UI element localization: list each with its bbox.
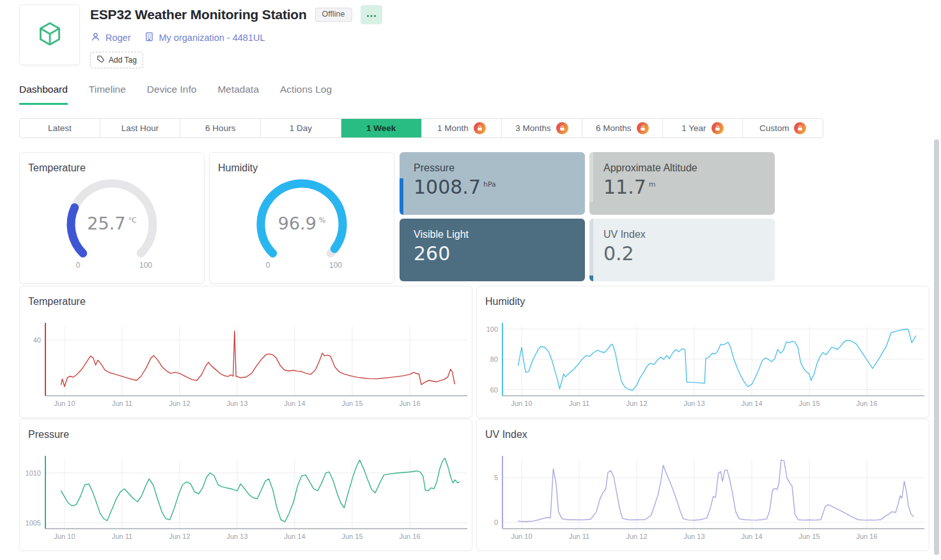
svg-text:Jun 16: Jun 16 [856,533,877,540]
svg-text:5: 5 [494,474,498,481]
svg-text:0: 0 [494,518,498,526]
lock-icon [556,122,568,134]
svg-text:1005: 1005 [26,519,41,527]
charts-grid: Temperature40Jun 10Jun 11Jun 12Jun 13Jun… [19,286,928,550]
chart-plot-temperature: 40Jun 10Jun 11Jun 12Jun 13Jun 14Jun 15Ju… [20,286,472,417]
stat-stripe [589,219,593,281]
add-tag-button[interactable]: Add Tag [90,52,143,68]
svg-text:Jun 11: Jun 11 [112,400,132,407]
stat-value-number: 11.7 [603,176,646,198]
stat-value-number: 0.2 [603,242,634,265]
tab-metadata[interactable]: Metadata [217,84,259,105]
time-range-label: 1 Year [681,123,706,133]
organization-name: My organization - 4481UL [159,33,265,43]
stat-value: 260 [414,244,577,263]
svg-text:Jun 13: Jun 13 [226,400,247,407]
gauge-card-humidity: Humidity96.9%0100 [209,152,394,284]
svg-text:Jun 11: Jun 11 [569,400,589,407]
chart-card-humidity: Humidity6080100Jun 10Jun 11Jun 12Jun 13J… [476,286,929,418]
cube-icon [35,19,65,51]
tab-device-info[interactable]: Device Info [147,84,197,105]
svg-text:Jun 10: Jun 10 [511,533,532,540]
gauge-title: Temperature [28,162,86,174]
stat-title: Pressure [414,162,577,174]
stat-value-number: 1008.7 [414,176,481,198]
svg-text:Jun 11: Jun 11 [569,533,589,540]
device-dashboard: { "header": { "title": "ESP32 Weather Mo… [0,0,941,560]
chart-title: Pressure [28,429,69,440]
time-range-3-months[interactable]: 3 Months [502,119,582,137]
svg-text:0: 0 [266,261,270,270]
stat-value-number: 260 [414,242,450,265]
time-range-6-hours[interactable]: 6 Hours [180,119,261,137]
lock-icon [794,122,806,134]
stat-card-visible-light: Visible Light260 [400,219,585,281]
chart-title: Temperature [28,296,86,307]
stat-card-grid: Pressure1008.7hPaApproximate Altitude11.… [400,152,775,281]
time-range-label: Custom [759,123,789,133]
time-range-label: Last Hour [121,123,159,133]
time-range-6-months[interactable]: 6 Months [582,119,663,137]
stat-stripe [589,152,593,215]
stat-unit: m [649,180,656,189]
tag-icon [97,55,105,65]
time-range-1-day[interactable]: 1 Day [261,119,341,137]
stat-stripe-fill [400,178,403,215]
organization-link[interactable]: My organization - 4481UL [144,31,265,44]
stat-unit: hPa [483,180,496,189]
lock-icon [474,122,486,134]
svg-text:Jun 11: Jun 11 [112,533,132,540]
time-range-1-month[interactable]: 1 Month [422,119,502,137]
stat-stripe [400,152,403,215]
svg-text:80: 80 [490,355,498,363]
svg-text:60: 60 [490,386,498,394]
time-range-last-hour[interactable]: Last Hour [100,119,181,137]
tab-actions-log[interactable]: Actions Log [280,84,332,105]
device-owner-link[interactable]: Roger [90,31,131,44]
gauge-row: Temperature25.7°C0100Humidity96.9%0100 [19,152,394,284]
svg-text:Jun 13: Jun 13 [683,400,704,407]
stat-card-uv-index: UV Index0.2 [589,219,775,281]
svg-text:Jun 15: Jun 15 [798,400,820,407]
time-range-label: 6 Months [596,123,632,133]
svg-text:Jun 12: Jun 12 [169,400,190,407]
time-range-1-week[interactable]: 1 Week [341,119,422,137]
building-icon [144,31,155,44]
svg-text:0: 0 [76,261,81,270]
svg-text:40: 40 [33,336,41,344]
svg-text:Jun 10: Jun 10 [54,533,75,540]
stat-card-approximate-altitude: Approximate Altitude11.7m [589,152,775,215]
time-range-latest[interactable]: Latest [20,119,100,137]
svg-text:Jun 10: Jun 10 [54,400,75,407]
chart-plot-pressure: 10051010Jun 10Jun 11Jun 12Jun 13Jun 14Ju… [20,419,472,550]
stat-value: 0.2 [603,244,767,263]
stat-stripe-fill [589,152,593,202]
time-range-1-year[interactable]: 1 Year [663,119,743,137]
stat-card-pressure: Pressure1008.7hPa [400,152,585,215]
stat-title: Approximate Altitude [603,162,767,174]
add-tag-label: Add Tag [109,56,137,65]
svg-text:Jun 14: Jun 14 [741,400,762,407]
svg-text:96.9%: 96.9% [278,214,326,233]
svg-text:100: 100 [139,261,152,270]
svg-text:Jun 12: Jun 12 [626,400,647,407]
tab-dashboard[interactable]: Dashboard [19,84,68,105]
device-menu-button[interactable] [361,5,382,24]
chart-card-temperature: Temperature40Jun 10Jun 11Jun 12Jun 13Jun… [19,286,472,418]
stat-title: UV Index [603,229,767,240]
svg-text:Jun 10: Jun 10 [511,400,532,407]
lock-icon [637,122,649,134]
device-header: ESP32 Weather Monitoring Station Offline… [90,5,382,68]
svg-text:100: 100 [329,261,342,270]
chart-title: Humidity [485,296,525,307]
gauge-title: Humidity [218,162,258,174]
stat-stripe [400,219,403,281]
chart-plot-uv-index: 05Jun 10Jun 11Jun 12Jun 13Jun 14Jun 15Ju… [477,419,929,550]
time-range-label: 3 Months [515,123,551,133]
vertical-scrollbar[interactable] [934,139,939,555]
svg-text:Jun 16: Jun 16 [399,533,420,540]
time-range-custom[interactable]: Custom [743,119,823,137]
tab-timeline[interactable]: Timeline [89,84,126,105]
svg-text:Jun 14: Jun 14 [741,533,762,540]
svg-text:Jun 12: Jun 12 [626,533,647,540]
